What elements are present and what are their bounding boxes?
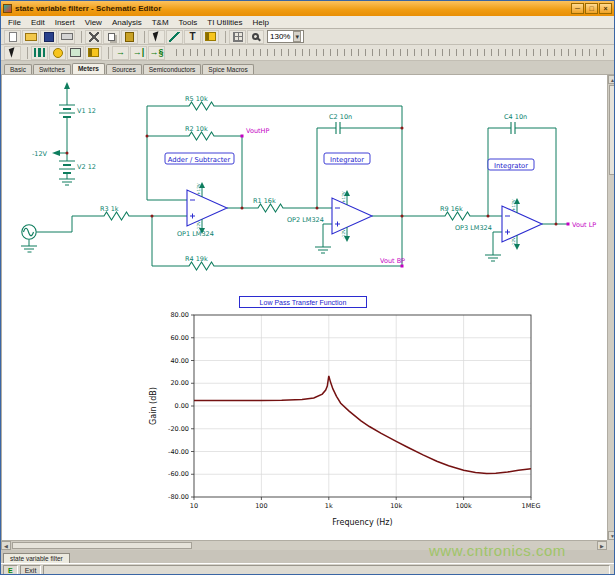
status-cell-0[interactable]: E (3, 565, 18, 575)
step-in-button[interactable]: →| (130, 46, 147, 60)
tab-basic[interactable]: Basic (4, 64, 32, 74)
tab-sources[interactable]: Sources (106, 64, 142, 74)
op3-vminus-label: -12V (511, 237, 516, 247)
ground-symbol (21, 240, 37, 253)
neg-rail-tap: -12V (32, 150, 69, 158)
voltage-source-button[interactable] (31, 46, 48, 60)
block-label-integrator2[interactable]: Integrator (488, 159, 534, 170)
zoom-tool-icon (252, 33, 259, 40)
component-r4[interactable]: R4 19k (185, 255, 217, 270)
component-v2-battery[interactable]: V2 12 (59, 161, 96, 173)
component-op1[interactable]: +12V -12V OP1 LM324 (177, 182, 227, 238)
new-file-button[interactable] (4, 30, 21, 44)
component-r1[interactable]: R1 16k (253, 197, 286, 212)
save-button[interactable] (40, 30, 57, 44)
zoom-level-dropdown[interactable]: 130% ▾ (267, 30, 304, 43)
tab-semiconductors[interactable]: Semiconductors (143, 64, 202, 74)
menu-file[interactable]: File (3, 17, 26, 28)
status-cell-1[interactable]: Exit (20, 565, 42, 575)
c2-label: C2 10n (329, 113, 352, 121)
scroll-left-icon[interactable]: ◀ (1, 541, 11, 550)
watermark: www.cntronics.com (429, 542, 566, 559)
transfer-function-chart[interactable]: Low Pass Transfer Function 101001k10k100… (144, 293, 568, 539)
op3-label: OP3 LM324 (455, 224, 492, 232)
open-file-button[interactable] (22, 30, 39, 44)
tab-spice-macros[interactable]: Spice Macros (202, 64, 253, 74)
component-r2[interactable]: R2 10k (185, 125, 217, 140)
copy-button[interactable] (103, 30, 120, 44)
scroll-right-icon[interactable]: ▶ (597, 541, 607, 550)
menu-edit[interactable]: Edit (26, 17, 50, 28)
component-v1-battery[interactable]: V1 12 (59, 82, 96, 117)
vertical-scroll-thumb[interactable] (609, 85, 615, 175)
voutbp-label: Vout BP (380, 257, 405, 265)
y-tick-label: 80.00 (170, 311, 189, 319)
zoom-tool-button[interactable] (247, 30, 264, 44)
component-op2[interactable]: +12V -12V OP2 LM324 (287, 190, 372, 242)
paste-button[interactable] (121, 30, 138, 44)
select-tool-button[interactable] (148, 30, 165, 44)
pointer-tool-button[interactable] (4, 46, 21, 60)
op1-label: OP1 LM324 (177, 230, 214, 238)
menu-insert[interactable]: Insert (50, 17, 80, 28)
document-tab[interactable]: state variable filter (3, 553, 70, 563)
x-tick-label: 100k (456, 502, 472, 510)
grid-toggle-button[interactable] (229, 30, 246, 44)
menu-analysis[interactable]: Analysis (107, 17, 147, 28)
step-macro-button[interactable]: →§ (148, 46, 165, 60)
menu-ti-utilities[interactable]: TI Utilities (202, 17, 247, 28)
r3-label: R3 1k (100, 205, 119, 213)
component-c4[interactable]: C4 10n (504, 113, 527, 134)
menu-tools[interactable]: Tools (174, 17, 203, 28)
x-tick-label: 10k (390, 502, 402, 510)
audio-tool-button[interactable] (202, 30, 219, 44)
text-tool-button[interactable]: T (184, 30, 201, 44)
vertical-scrollbar[interactable]: ▲ ▼ (607, 75, 615, 540)
meter-button[interactable] (49, 46, 66, 60)
select-tool-icon (152, 31, 160, 41)
print-icon (61, 33, 73, 40)
oscilloscope-icon (70, 48, 81, 57)
minimize-button[interactable]: ─ (571, 3, 584, 14)
tab-meters[interactable]: Meters (72, 63, 105, 74)
horizontal-scroll-thumb[interactable] (12, 542, 192, 549)
block-label-integrator1[interactable]: Integrator (324, 153, 370, 164)
scroll-up-icon[interactable]: ▲ (608, 75, 615, 84)
grid-toggle-icon (233, 32, 243, 42)
menu-help[interactable]: Help (247, 17, 273, 28)
block-label-adder[interactable]: Adder / Subtracter (165, 153, 234, 164)
schematic-canvas[interactable]: V1 12 -12V V2 12 (1, 75, 607, 540)
y-tick-label: 20.00 (170, 379, 189, 387)
component-c2[interactable]: C2 10n (329, 113, 352, 134)
ground-symbol (315, 247, 331, 253)
chart-plot-svg: 101001k10k100k1MEG80.0060.0040.0020.000.… (144, 293, 568, 539)
toolbar-main: T 130% ▾ (1, 29, 614, 45)
run-button[interactable]: → (112, 46, 129, 60)
print-button[interactable] (58, 30, 75, 44)
component-tab-strip: BasicSwitchesMetersSourcesSemiconductors… (1, 61, 614, 75)
component-signal-generator[interactable] (22, 225, 36, 239)
component-r5[interactable]: R5 10k (185, 95, 217, 110)
component-r9[interactable]: R9 16k (440, 205, 473, 220)
step-in-icon: →| (133, 47, 145, 58)
cut-icon (89, 32, 99, 42)
wire-tool-button[interactable] (166, 30, 183, 44)
tab-switches[interactable]: Switches (33, 64, 71, 74)
component-r3[interactable]: R3 1k (100, 205, 132, 220)
scroll-down-icon[interactable]: ▼ (608, 531, 615, 540)
menu-t-m[interactable]: T&M (147, 17, 174, 28)
component-op3[interactable]: +12V -12V OP3 LM324 (455, 198, 542, 250)
speaker-button[interactable] (85, 46, 102, 60)
oscilloscope-button[interactable] (67, 46, 84, 60)
toolbar-separator (77, 31, 82, 43)
title-bar: state variable filterr - Schematic Edito… (1, 1, 614, 16)
maximize-button[interactable]: □ (585, 3, 598, 14)
cut-button[interactable] (85, 30, 102, 44)
close-button[interactable]: × (599, 3, 612, 14)
toolbar-separator (104, 47, 109, 59)
run-icon: → (116, 47, 125, 58)
r5-label: R5 10k (185, 95, 208, 103)
speaker-icon (88, 48, 99, 57)
svg-text:Integrator: Integrator (494, 162, 528, 170)
menu-view[interactable]: View (80, 17, 107, 28)
